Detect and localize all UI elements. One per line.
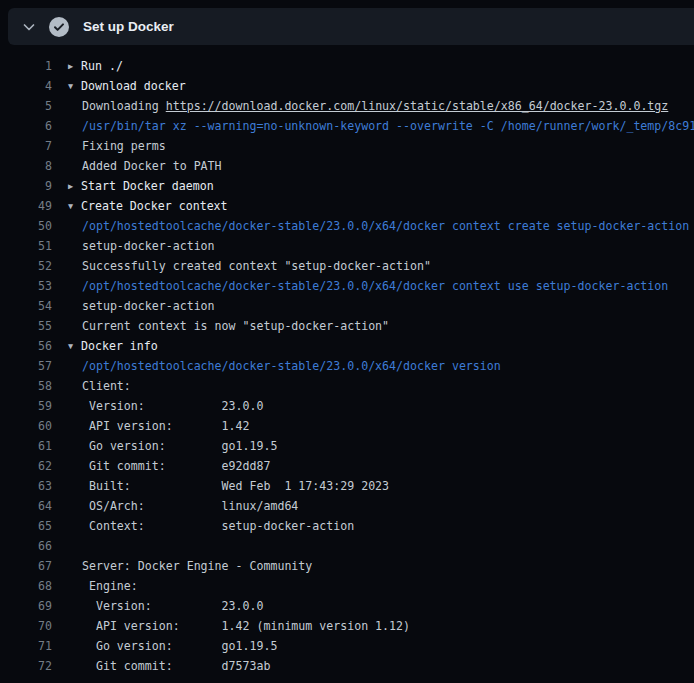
line-number[interactable]: 64 bbox=[0, 496, 52, 516]
line-number[interactable]: 9 bbox=[0, 176, 52, 196]
line-number[interactable]: 66 bbox=[0, 536, 52, 556]
log-row: 64 OS/Arch: linux/amd64 bbox=[0, 496, 694, 516]
group-title: Download docker bbox=[81, 79, 186, 93]
log-text: Built: Wed Feb 1 17:43:29 2023 bbox=[68, 476, 389, 496]
log-row: 51 setup-docker-action bbox=[0, 236, 694, 256]
log-row: 50 /opt/hostedtoolcache/docker-stable/23… bbox=[0, 216, 694, 236]
log-row: 68 Engine: bbox=[0, 576, 694, 596]
group-expanded-icon: ▼ bbox=[68, 76, 81, 96]
line-number[interactable]: 72 bbox=[0, 656, 52, 676]
line-number[interactable]: 59 bbox=[0, 396, 52, 416]
command-text: /opt/hostedtoolcache/docker-stable/23.0.… bbox=[68, 216, 689, 236]
chevron-down-icon[interactable] bbox=[16, 14, 42, 40]
line-number[interactable]: 68 bbox=[0, 576, 52, 596]
line-number[interactable]: 67 bbox=[0, 556, 52, 576]
line-number[interactable]: 71 bbox=[0, 636, 52, 656]
log-text: Context: setup-docker-action bbox=[68, 516, 354, 536]
line-number[interactable]: 52 bbox=[0, 256, 52, 276]
log-text: Added Docker to PATH bbox=[68, 156, 222, 176]
actions-log-viewer: Set up Docker 1▶Run ./4▼Download docker5… bbox=[0, 0, 694, 683]
log-row: 57 /opt/hostedtoolcache/docker-stable/23… bbox=[0, 356, 694, 376]
line-number[interactable]: 1 bbox=[0, 56, 52, 76]
log-text: Version: 23.0.0 bbox=[68, 596, 263, 616]
line-number[interactable]: 63 bbox=[0, 476, 52, 496]
group-title: Create Docker context bbox=[81, 199, 228, 213]
group-toggle[interactable]: ▶Run ./ bbox=[68, 56, 123, 76]
log-text: Server: Docker Engine - Community bbox=[68, 556, 312, 576]
log-text: Git commit: e92dd87 bbox=[68, 456, 270, 476]
log-link[interactable]: https://download.docker.com/linux/static… bbox=[166, 99, 669, 113]
log-row: 4▼Download docker bbox=[0, 76, 694, 96]
log-row: 1▶Run ./ bbox=[0, 56, 694, 76]
command-text: /opt/hostedtoolcache/docker-stable/23.0.… bbox=[68, 356, 501, 376]
log-row: 63 Built: Wed Feb 1 17:43:29 2023 bbox=[0, 476, 694, 496]
log-row: 9▶Start Docker daemon bbox=[0, 176, 694, 196]
line-number[interactable]: 53 bbox=[0, 276, 52, 296]
group-expanded-icon: ▼ bbox=[68, 196, 81, 216]
step-title: Set up Docker bbox=[83, 19, 174, 34]
log-row: 7 Fixing perms bbox=[0, 136, 694, 156]
log-text: API version: 1.42 bbox=[68, 416, 249, 436]
line-number[interactable]: 54 bbox=[0, 296, 52, 316]
log-row: 54 setup-docker-action bbox=[0, 296, 694, 316]
log-row: 60 API version: 1.42 bbox=[0, 416, 694, 436]
line-number[interactable]: 50 bbox=[0, 216, 52, 236]
line-number[interactable]: 6 bbox=[0, 116, 52, 136]
log-text: Successfully created context "setup-dock… bbox=[68, 256, 431, 276]
log-row: 71 Go version: go1.19.5 bbox=[0, 636, 694, 656]
log-row: 62 Git commit: e92dd87 bbox=[0, 456, 694, 476]
log-text: Downloading https://download.docker.com/… bbox=[68, 96, 668, 116]
group-toggle[interactable]: ▼Docker info bbox=[68, 336, 158, 356]
log-text: Current context is now "setup-docker-act… bbox=[68, 316, 389, 336]
log-text: Engine: bbox=[68, 576, 138, 596]
line-number[interactable]: 5 bbox=[0, 96, 52, 116]
group-toggle[interactable]: ▼Create Docker context bbox=[68, 196, 228, 216]
log-text: API version: 1.42 (minimum version 1.12) bbox=[68, 616, 410, 636]
group-toggle[interactable]: ▶Start Docker daemon bbox=[68, 176, 214, 196]
line-number[interactable]: 4 bbox=[0, 76, 52, 96]
log-row: 69 Version: 23.0.0 bbox=[0, 596, 694, 616]
group-toggle[interactable]: ▼Download docker bbox=[68, 76, 186, 96]
command-text: /usr/bin/tar xz --warning=no-unknown-key… bbox=[68, 116, 694, 136]
log-text: Version: 23.0.0 bbox=[68, 396, 263, 416]
check-circle-icon bbox=[49, 17, 69, 37]
line-number[interactable]: 58 bbox=[0, 376, 52, 396]
log-row: 61 Go version: go1.19.5 bbox=[0, 436, 694, 456]
command-text: /opt/hostedtoolcache/docker-stable/23.0.… bbox=[68, 276, 668, 296]
log-text: OS/Arch: linux/amd64 bbox=[68, 496, 298, 516]
line-number[interactable]: 65 bbox=[0, 516, 52, 536]
line-number[interactable]: 70 bbox=[0, 616, 52, 636]
group-title: Run ./ bbox=[81, 59, 123, 73]
log-row: 70 API version: 1.42 (minimum version 1.… bbox=[0, 616, 694, 636]
log-text: Git commit: d7573ab bbox=[68, 656, 270, 676]
log-text: Go version: go1.19.5 bbox=[68, 436, 277, 456]
line-number[interactable]: 62 bbox=[0, 456, 52, 476]
log-row: 59 Version: 23.0.0 bbox=[0, 396, 694, 416]
log-row: 49▼Create Docker context bbox=[0, 196, 694, 216]
log-row: 6 /usr/bin/tar xz --warning=no-unknown-k… bbox=[0, 116, 694, 136]
line-number[interactable]: 56 bbox=[0, 336, 52, 356]
log-text: Fixing perms bbox=[68, 136, 166, 156]
log-text: setup-docker-action bbox=[68, 296, 215, 316]
group-expanded-icon: ▼ bbox=[68, 336, 81, 356]
log-row: 56▼Docker info bbox=[0, 336, 694, 356]
line-number[interactable]: 7 bbox=[0, 136, 52, 156]
line-number[interactable]: 57 bbox=[0, 356, 52, 376]
line-number[interactable]: 49 bbox=[0, 196, 52, 216]
log-row: 5 Downloading https://download.docker.co… bbox=[0, 96, 694, 116]
line-number[interactable]: 55 bbox=[0, 316, 52, 336]
line-number[interactable]: 61 bbox=[0, 436, 52, 456]
line-number[interactable]: 8 bbox=[0, 156, 52, 176]
line-number[interactable]: 60 bbox=[0, 416, 52, 436]
log-row: 53 /opt/hostedtoolcache/docker-stable/23… bbox=[0, 276, 694, 296]
line-number[interactable]: 51 bbox=[0, 236, 52, 256]
log-text: Go version: go1.19.5 bbox=[68, 636, 277, 656]
log-row: 58 Client: bbox=[0, 376, 694, 396]
log-row: 67 Server: Docker Engine - Community bbox=[0, 556, 694, 576]
group-collapsed-icon: ▶ bbox=[68, 56, 81, 76]
group-collapsed-icon: ▶ bbox=[68, 176, 81, 196]
step-header[interactable]: Set up Docker bbox=[8, 8, 694, 45]
line-number[interactable]: 69 bbox=[0, 596, 52, 616]
log-row: 72 Git commit: d7573ab bbox=[0, 656, 694, 676]
group-title: Start Docker daemon bbox=[81, 179, 214, 193]
